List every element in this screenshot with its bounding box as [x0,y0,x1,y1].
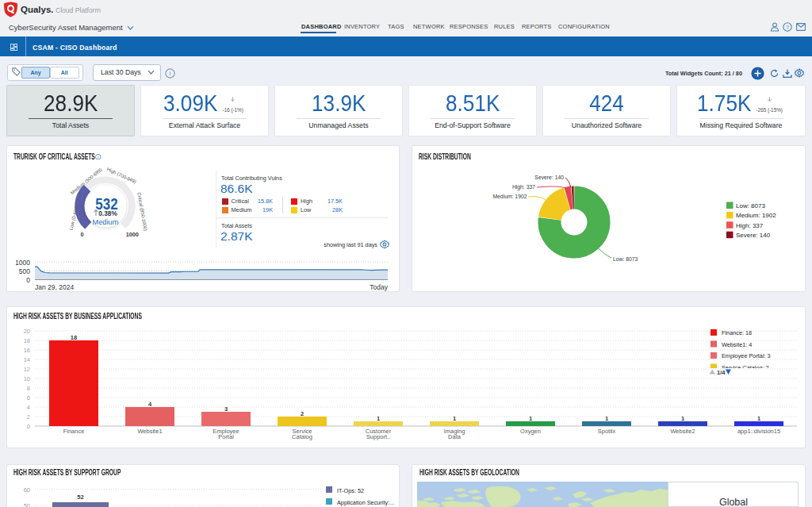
svg-text:500: 500 [19,267,30,275]
svg-text:Severe: 140: Severe: 140 [534,175,564,180]
svg-text:1000: 1000 [126,231,139,238]
svg-text:0: 0 [80,231,83,238]
svg-text:Low: 8073: Low: 8073 [736,202,765,209]
svg-text:Oxygen: Oxygen [520,428,541,435]
svg-text:Today: Today [370,283,388,291]
svg-text:Jan 29, 2024: Jan 29, 2024 [35,283,74,291]
svg-text:52: 52 [77,494,83,501]
svg-text:1000: 1000 [16,259,30,267]
svg-text:8: 8 [27,385,30,392]
svg-text:Data: Data [448,433,462,440]
svg-text:High: 337: High: 337 [736,222,764,229]
svg-text:Portal: Portal [218,433,234,440]
svg-text:Severe: 140: Severe: 140 [736,232,771,239]
svg-text:1/4: 1/4 [717,369,726,376]
svg-text:Low: 8073: Low: 8073 [613,256,638,262]
svg-text:app1::division15: app1::division15 [737,428,780,435]
svg-text:i: i [170,70,171,77]
svg-text:Finance: Finance [63,428,85,435]
svg-text:Website1: Website1 [137,428,162,435]
svg-text:2: 2 [301,410,304,417]
svg-text:Spotlix: Spotlix [598,428,616,435]
svg-text:Finance: 18: Finance: 18 [722,329,752,336]
svg-text:Medium: 1902: Medium: 1902 [736,212,776,219]
svg-text:12: 12 [24,366,30,373]
svg-text:1: 1 [757,415,760,422]
svg-text:?: ? [786,24,789,31]
svg-text:Employee Portal: 3: Employee Portal: 3 [722,352,771,359]
svg-text:0.38%: 0.38% [98,209,117,217]
svg-text:14: 14 [24,356,30,363]
svg-text:0: 0 [27,423,30,430]
svg-text:Support..: Support.. [366,433,390,440]
svg-text:18: 18 [24,337,30,344]
svg-text:3: 3 [224,405,228,413]
svg-text:Catalog: Catalog [292,433,312,440]
svg-text:6: 6 [27,394,30,401]
svg-text:0: 0 [26,276,30,284]
svg-text:60: 60 [24,486,30,494]
svg-text:16: 16 [24,347,30,354]
svg-text:Website2: Website2 [670,428,695,435]
svg-text:Website1: 4: Website1: 4 [722,341,752,348]
svg-text:1: 1 [681,415,684,422]
svg-text:Global: Global [719,497,748,507]
svg-text:2: 2 [27,413,30,421]
svg-text:1: 1 [377,415,380,422]
svg-text:1: 1 [529,415,532,422]
svg-text:IT-Ops: 52: IT-Ops: 52 [337,487,364,494]
svg-text:1: 1 [453,415,456,422]
svg-text:Application Security:...: Application Security:... [337,499,394,506]
svg-text:Critical (850-1000): Critical (850-1000) [136,192,147,232]
svg-text:4: 4 [27,404,30,411]
svg-text:High: 337: High: 337 [512,184,535,190]
svg-text:Medium: 1902: Medium: 1902 [492,194,527,199]
svg-text:18: 18 [71,334,77,341]
svg-text:20: 20 [24,328,30,335]
svg-text:Medium: Medium [92,218,118,226]
svg-text:1: 1 [605,415,608,422]
svg-text:50: 50 [24,502,30,507]
svg-text:10: 10 [24,375,30,382]
svg-text:4: 4 [148,401,152,408]
